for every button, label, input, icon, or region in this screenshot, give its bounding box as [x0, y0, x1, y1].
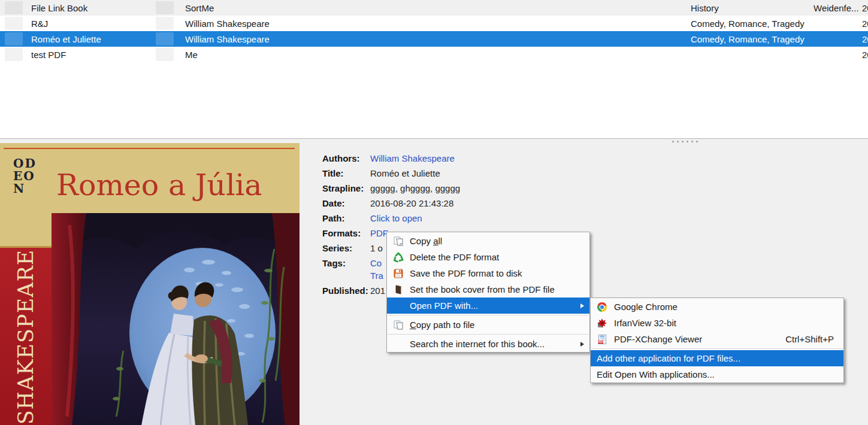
copy-icon	[392, 319, 404, 331]
field-strapline: Strapline: ggggg, ghgggg, ggggg	[322, 182, 460, 195]
splitter-handle[interactable]	[672, 141, 698, 142]
series-value: 1 o	[370, 242, 383, 254]
date-value: 2016-08-20 21:43:28	[370, 197, 453, 210]
svg-text:PDF: PDF	[598, 341, 603, 344]
tags-link-line2[interactable]: Tra	[370, 269, 383, 282]
submenu-item-google-chrome[interactable]: Google Chrome	[591, 299, 843, 315]
cover-thumb-ghost	[0, 1, 29, 14]
menu-separator	[388, 315, 589, 315]
authors-label: Authors:	[322, 152, 370, 165]
path-label: Path:	[322, 212, 370, 224]
cover-author-text: SHAKESPEARE	[14, 249, 38, 424]
cover-title-text: Romeo a Júlia	[56, 168, 296, 202]
field-title: Title: Roméo et Juliette	[322, 167, 460, 180]
cell-date: 20	[860, 50, 868, 60]
shortcut-label: Ctrl+Shift+P	[785, 334, 834, 344]
table-row-selected[interactable]: Roméo et Juliette William Shakespeare Co…	[0, 31, 868, 47]
submenu-arrow-icon	[580, 303, 584, 308]
field-date: Date: 2016-08-20 21:43:28	[322, 197, 460, 210]
submenu-item-add-other-application[interactable]: Add other application for PDF files...	[591, 350, 843, 366]
published-label: Published:	[322, 284, 370, 297]
cell-tags: Comedy, Romance, Tragedy	[686, 34, 809, 44]
cover-thumb-ghost	[151, 1, 181, 14]
title-label: Title:	[322, 167, 370, 180]
table-row[interactable]: R&J William Shakespeare Comedy, Romance,…	[0, 16, 868, 31]
title-value: Roméo et Juliette	[370, 167, 440, 180]
book-icon	[392, 284, 404, 296]
series-label: Series:	[322, 242, 370, 254]
menu-item-set-cover[interactable]: Set the book cover from the PDF file	[387, 281, 589, 298]
format-context-menu: Copy all Delete the PDF format	[386, 232, 590, 353]
cell-title: R&J	[29, 19, 151, 29]
field-authors: Authors: William Shakespeare	[322, 152, 460, 165]
strapline-value: ggggg, ghgggg, ggggg	[370, 182, 460, 195]
menu-separator	[388, 334, 589, 335]
google-chrome-icon	[596, 301, 608, 313]
cell-title: File Link Book	[29, 3, 151, 13]
published-value: 201	[370, 284, 385, 297]
table-row[interactable]: test PDF Me 20	[0, 47, 868, 62]
calibre-window: File Link Book SortMe History Weidenfe..…	[0, 0, 868, 425]
cover-decoration-rule	[4, 148, 295, 149]
irfanview-icon	[596, 317, 608, 329]
tags-link-line1[interactable]: Co	[370, 257, 383, 269]
copy-icon	[392, 235, 404, 247]
format-pdf-link[interactable]: PDF	[370, 227, 388, 239]
field-path: Path: Click to open	[322, 212, 460, 224]
cover-thumb-ghost	[0, 32, 29, 45]
cover-thumb-ghost	[0, 17, 29, 30]
cell-date: 20	[860, 3, 868, 13]
cover-thumb-ghost	[151, 48, 181, 61]
cell-title: Roméo et Juliette	[29, 34, 151, 44]
book-cover[interactable]: ODEON Romeo a Júlia	[0, 143, 300, 425]
cell-date: 20	[860, 34, 868, 44]
cover-spine: SHAKESPEARE	[0, 246, 52, 425]
menu-item-copy-path[interactable]: Copy path to file	[387, 317, 589, 333]
formats-label: Formats:	[322, 227, 370, 239]
pdf-xchange-icon: PDF	[596, 333, 608, 345]
menu-separator	[591, 348, 843, 349]
tags-label: Tags:	[322, 257, 370, 282]
cover-thumb-ghost	[0, 48, 29, 61]
cell-date: 20	[860, 19, 868, 29]
menu-item-open-pdf-with[interactable]: Open PDF with...	[387, 298, 589, 314]
menu-item-copy-all[interactable]: Copy all	[387, 233, 589, 249]
date-label: Date:	[322, 197, 370, 210]
cell-tags: Comedy, Romance, Tragedy	[686, 19, 809, 29]
cover-thumb-ghost	[151, 32, 181, 45]
publisher-logo: ODEON	[13, 157, 41, 195]
path-link[interactable]: Click to open	[370, 212, 422, 224]
strapline-label: Strapline:	[322, 182, 370, 195]
cell-publisher: Weidenfe...	[809, 3, 860, 13]
menu-item-search-internet[interactable]: Search the internet for this book...	[387, 336, 589, 352]
cover-thumb-ghost	[151, 17, 181, 30]
submenu-item-irfanview[interactable]: IrfanView 32-bit	[591, 315, 843, 331]
cell-authors: William Shakespeare	[181, 19, 686, 29]
book-list: File Link Book SortMe History Weidenfe..…	[0, 0, 868, 62]
submenu-item-edit-openwith[interactable]: Edit Open With applications...	[591, 366, 843, 382]
submenu-arrow-icon	[580, 342, 584, 347]
table-row[interactable]: File Link Book SortMe History Weidenfe..…	[0, 0, 868, 16]
cell-authors: SortMe	[181, 3, 686, 13]
menu-item-save-format[interactable]: Save the PDF format to disk	[387, 265, 589, 281]
cell-authors: Me	[181, 50, 686, 60]
recycle-icon	[392, 251, 404, 263]
cell-authors: William Shakespeare	[181, 34, 686, 44]
cell-title: test PDF	[29, 50, 151, 60]
open-with-submenu: Google Chrome IrfanView 32-bit	[590, 298, 844, 383]
cover-painting	[52, 213, 300, 425]
cell-tags: History	[686, 3, 809, 13]
floppy-disk-icon	[392, 268, 404, 280]
submenu-item-pdf-xchange[interactable]: PDF PDF-XChange Viewer Ctrl+Shift+P	[591, 331, 843, 347]
authors-link[interactable]: William Shakespeare	[370, 152, 455, 165]
menu-item-delete-format[interactable]: Delete the PDF format	[387, 249, 589, 265]
